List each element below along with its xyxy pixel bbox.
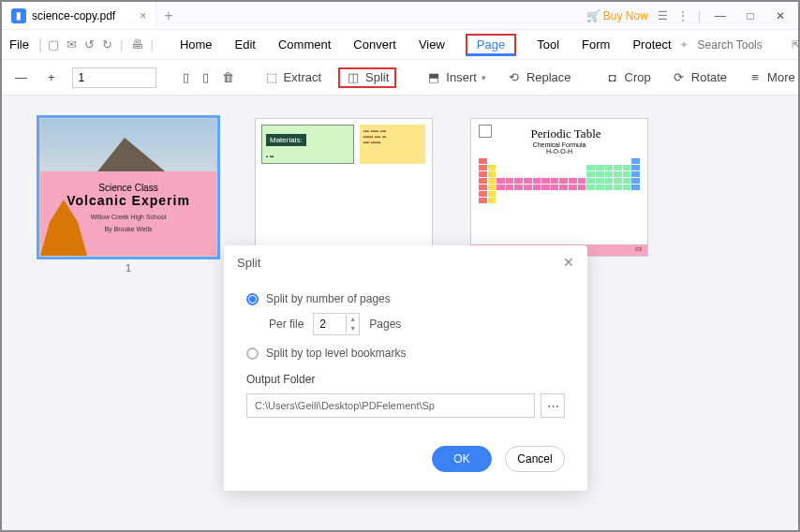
split-by-pages-radio[interactable]: Split by number of pages [246, 292, 565, 305]
perfile-spinner[interactable]: ▲▼ [313, 313, 360, 335]
opt2-label: Split by top level bookmarks [266, 347, 406, 360]
chevron-down-icon: ▾ [481, 73, 486, 82]
pages-label: Pages [369, 318, 401, 331]
page-canvas: Science Class Volcanic Experim Willow Cr… [2, 96, 798, 530]
close-tab-icon[interactable]: × [140, 9, 146, 22]
thumb1-title: Science Class [50, 183, 207, 193]
insert-button[interactable]: ⬒Insert ▾ [422, 68, 490, 87]
search-tools-input[interactable] [698, 38, 782, 52]
menu-page[interactable]: Page [466, 34, 516, 56]
menu-edit[interactable]: Edit [233, 34, 258, 56]
page-toolbar: — + ▯ ▯ 🗑 ⬚Extract ◫Split ⬒Insert ▾ ⟲Rep… [2, 60, 798, 96]
zoom-input[interactable] [72, 67, 156, 88]
menu-dots-icon[interactable]: ⋮ [677, 9, 689, 22]
rotate-button[interactable]: ⟳Rotate [668, 68, 731, 87]
rotate-icon: ⟳ [672, 70, 687, 85]
split-icon: ◫ [346, 70, 361, 85]
browse-button[interactable]: ⋯ [541, 393, 565, 418]
user-icon[interactable]: ☰ [658, 9, 668, 22]
share-icon[interactable]: ⇱ [792, 38, 800, 52]
extract-button[interactable]: ⬚Extract [260, 68, 325, 87]
split-button[interactable]: ◫Split [338, 67, 396, 88]
dialog-title: Split [237, 256, 260, 270]
menu-home[interactable]: Home [178, 34, 215, 56]
app-icon: ▮ [11, 8, 26, 23]
save-icon[interactable]: ▢ [48, 37, 59, 52]
close-window-icon[interactable]: ✕ [770, 9, 791, 22]
perfile-label: Per file [269, 318, 304, 331]
page-box2-icon[interactable]: ▯ [202, 70, 209, 85]
print-icon[interactable]: 🖶 [131, 37, 143, 52]
zoom-in-button[interactable]: + [44, 68, 59, 86]
insert-icon: ⬒ [426, 70, 441, 85]
buy-now-link[interactable]: 🛒 Buy Now [586, 9, 648, 22]
new-tab-button[interactable]: + [156, 7, 180, 24]
replace-button[interactable]: ⟲Replace [503, 68, 575, 87]
more-icon: ≡ [748, 70, 763, 85]
opt1-label: Split by number of pages [266, 292, 391, 305]
maximize-icon[interactable]: □ [740, 9, 761, 22]
replace-icon: ⟲ [507, 70, 522, 85]
menu-form[interactable]: Form [580, 34, 612, 56]
dialog-close-icon[interactable]: ✕ [563, 255, 574, 270]
page-thumb-1[interactable]: Science Class Volcanic Experim Willow Cr… [39, 118, 217, 257]
titlebar: ▮ science-copy.pdf × + 🛒 Buy Now ☰ ⋮ | —… [2, 2, 798, 30]
document-tab[interactable]: ▮ science-copy.pdf × [2, 2, 156, 29]
tools-icon: ✦ [679, 38, 689, 52]
tab-title: science-copy.pdf [32, 9, 115, 22]
thumb2-materials: Materials: [266, 134, 306, 146]
spin-up-icon[interactable]: ▲ [347, 315, 359, 324]
crop-icon: ◘ [605, 70, 620, 85]
thumb1-subtitle: Volcanic Experim [50, 193, 207, 208]
thumb3-sub2: H-O-O-H [479, 148, 640, 155]
ok-button[interactable]: OK [432, 446, 492, 472]
menu-comment[interactable]: Comment [276, 34, 333, 56]
zoom-out-button[interactable]: — [11, 68, 31, 86]
page-thumb-3[interactable]: Periodic Table Chemical Formula H-O-O-H … [470, 118, 648, 257]
output-folder-label: Output Folder [246, 373, 565, 386]
thumb1-label: 1 [126, 262, 131, 273]
mail-icon[interactable]: ✉ [67, 37, 77, 52]
redo-icon[interactable]: ↻ [102, 37, 112, 52]
split-dialog: Split ✕ Split by number of pages Per fil… [224, 245, 587, 491]
menu-protect[interactable]: Protect [630, 34, 673, 56]
perfile-input[interactable] [314, 314, 346, 334]
crop-button[interactable]: ◘Crop [601, 68, 655, 87]
undo-icon[interactable]: ↺ [84, 37, 95, 52]
delete-page-icon[interactable]: 🗑 [222, 70, 234, 85]
split-by-bookmarks-radio[interactable]: Split by top level bookmarks [246, 347, 565, 360]
spin-down-icon[interactable]: ▼ [347, 324, 359, 333]
thumb3-title: Periodic Table [479, 126, 640, 141]
page-thumb-2[interactable]: Materials:• ▪▪ ▪▪▪ ▪▪▪▪ ▪▪▪▪▪▪▪▪ ▪▪▪ ▪▪▪… [255, 118, 433, 257]
minimize-icon[interactable]: — [710, 9, 731, 22]
extract-icon: ⬚ [264, 70, 279, 85]
thumb3-sub1: Chemical Formula [479, 141, 640, 148]
output-path-input[interactable] [246, 393, 535, 418]
menu-view[interactable]: View [417, 34, 447, 56]
page-box1-icon[interactable]: ▯ [183, 70, 189, 85]
menubar: File | ▢ ✉ ↺ ↻ | 🖶 | HomeEditCommentConv… [2, 30, 798, 60]
menu-convert[interactable]: Convert [351, 34, 398, 56]
cancel-button[interactable]: Cancel [505, 446, 565, 472]
file-menu[interactable]: File [9, 37, 29, 52]
more-button[interactable]: ≡More › [744, 68, 800, 87]
menu-tool[interactable]: Tool [535, 34, 561, 56]
